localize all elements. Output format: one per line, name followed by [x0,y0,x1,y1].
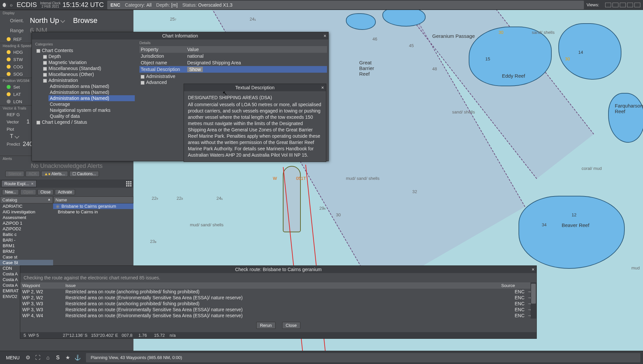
tree-item[interactable]: Administration [42,77,135,83]
txtdesc-heading: DESIGNATED SHIPPING AREAS (DSA) [188,95,322,101]
catalog-item[interactable]: Case st [0,254,53,260]
issue-row[interactable]: WP 4, W4Restricted area on route (Enviro… [20,313,536,319]
enc-status-bar: ENC Category:All Depth:[m] Status:Oversc… [107,1,584,9]
issue-row[interactable]: WP 2, W2Restricted area on route (anchor… [20,289,536,295]
catalog-item[interactable]: BARI - [0,237,53,243]
close-route-button[interactable]: Close [38,189,54,195]
motion-mode[interactable]: Browse [73,16,97,25]
coord-row: 5 WP 5 27°12.136' S 153°20.402' E 007.8 … [20,332,536,338]
catalog-header[interactable]: Catalog▲ [0,196,53,203]
close-button[interactable]: Close [282,322,300,329]
issue-row[interactable]: WP 3, W3Restricted area on route (anchor… [20,301,536,307]
catalog-item[interactable]: Case St [0,260,53,265]
alerts-button[interactable]: ▲● Alerts... [41,171,68,177]
close-icon[interactable]: × [324,33,326,38]
tree-item[interactable]: Administration area (Named) [48,83,135,89]
tree-item[interactable]: Coverage [48,101,135,107]
tree-item[interactable]: Quality of data [48,113,135,119]
check-route-title: Check route: Brisbane to Cairns geranium [235,267,322,272]
tree-item[interactable]: Depth [42,53,135,59]
gear-icon[interactable]: ⚙ [24,354,32,361]
top-bar: ☼ ECDIS Internal Clock 2 FEB 2021 15:15:… [0,0,643,10]
txtdesc-body: All commercial vessels of LOA 50 metres … [188,102,322,158]
expand-icon[interactable]: ⛶ [34,354,41,361]
chevron-down-icon[interactable] [15,134,19,139]
property-row[interactable]: Textual DescriptionShow [139,66,327,73]
menu-button[interactable]: MENU [3,354,23,362]
status-bar: Planning View, 43 Waypoints (985.68 NM, … [86,353,640,362]
scrollbar-thumb[interactable] [531,284,536,304]
route-explorer-tab[interactable]: Route Expl...× [1,180,37,187]
apps-grid-icon[interactable] [125,181,132,187]
issue-row[interactable]: WP 2, W2Restricted area on route (Enviro… [20,295,536,301]
tree-item[interactable]: Magnetic Variation [42,59,135,65]
star-icon[interactable]: ★ [64,354,71,361]
anchor-icon[interactable]: ⚓ [74,354,81,361]
catalog-item[interactable]: BRM2 [0,249,53,254]
new-route-button[interactable]: New... [2,189,19,195]
tree-item[interactable]: Chart Legend / Status [35,119,135,125]
issue-row[interactable]: WP 3, W3Restricted area on route (Enviro… [20,307,536,313]
app-title: ECDIS [17,1,37,9]
textual-description-popup: Textual Description× DESIGNATED SHIPPING… [184,84,326,162]
tree-item[interactable]: Navigational system of marks [48,107,135,113]
catalog-item[interactable]: AZIPOD 1 [0,220,53,226]
check-route-dialog: Check route: Brisbane to Cairns geranium… [20,265,537,339]
close-icon[interactable]: × [321,85,324,90]
rerun-button[interactable]: Rerun [256,322,275,329]
views-label: Views: [587,2,599,7]
utc-clock: 15:15:42 UTC [62,1,104,9]
catalog-item[interactable]: BRM1 [0,243,53,249]
catalog-item[interactable]: Assessment [0,215,53,220]
label-beaver: Beaver Reef [562,222,589,228]
label-farq: Farquharson Reef [615,103,643,114]
cautions-button[interactable]: ☐ Cautions... [69,171,99,177]
check-route-summary: Checking the route against the electroni… [20,273,536,282]
label-eddy: Eddy Reef [502,73,525,79]
open-route-button[interactable]: Open [20,189,36,195]
property-row: Object nameDesignated Shipping Area [139,59,327,66]
catalog-item[interactable]: AZIPOD2 [0,226,53,232]
t-mode[interactable]: T [10,133,13,139]
label-gbr: GreatBarrierReef [359,60,374,77]
label-geranium: Geranium Passage [432,33,475,39]
txtdesc-title: Textual Description [235,85,275,90]
no-alerts-text: No Unacknowledged Alerts [3,163,130,170]
close-icon[interactable]: × [532,267,534,272]
catalog-item[interactable]: ADRIATIC [0,203,53,209]
property-row: Jurisdictionnational [139,53,327,59]
catalog-item[interactable]: Baltic c [0,232,53,237]
orientation-value[interactable]: North Up [30,16,59,25]
footer-bar: MENU ⚙ ⛶ ⌂ S ★ ⚓ Planning View, 43 Waypo… [0,351,643,364]
check-route-header: Waypoint Issue Source [20,282,536,289]
chart-info-title: Chart Information [162,33,198,38]
tree-item[interactable]: Miscellaneous (Other) [42,71,135,77]
route-item[interactable]: Brisbane to Cairns in [53,209,133,215]
tree-item[interactable]: Miscellaneous (Standard) [42,65,135,71]
name-header[interactable]: Name [53,196,133,203]
clock-source: Internal Clock 2 FEB 2021 [40,2,60,8]
ack-button[interactable]: ACK [26,171,40,177]
route-item[interactable]: ◉Brisbane to Cairns geranium [53,203,133,209]
tree-item[interactable]: Administrative [139,73,327,79]
props-header: PropertyValue [139,46,327,53]
activate-route-button[interactable]: Activate [55,189,75,195]
palette-icon[interactable] [3,3,7,7]
chevron-down-icon[interactable] [60,18,65,23]
tree-item[interactable]: Administration area (Named) [48,89,135,95]
view-layout-icons[interactable] [605,3,640,7]
close-tab-icon[interactable]: × [31,181,34,186]
catalog-item[interactable]: AIG investigation [0,209,53,215]
tree-item[interactable]: Administration area (Named) [48,95,135,101]
display-section-label: Display [0,10,133,16]
home-icon[interactable]: ⌂ [44,354,51,361]
s-mode-icon[interactable]: S [54,354,61,361]
silence-button[interactable]: Silence [5,171,24,177]
tree-item[interactable]: Chart Contents [35,47,135,53]
brightness-icon[interactable]: ☼ [9,2,13,7]
